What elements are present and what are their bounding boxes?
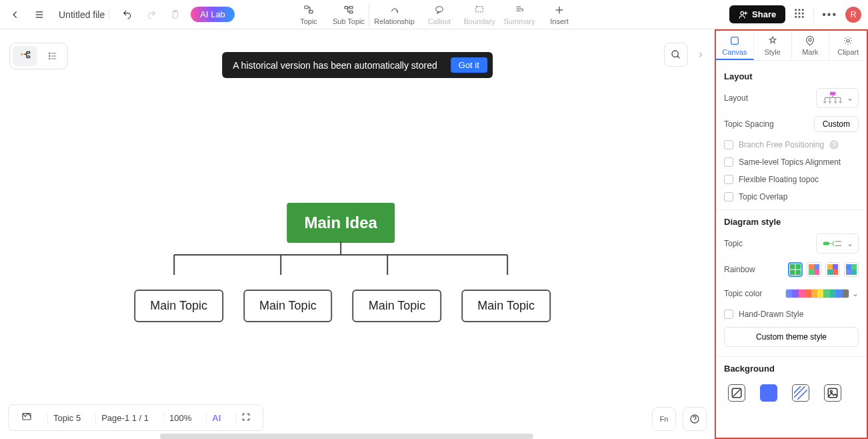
- rainbow-option-1[interactable]: [788, 262, 803, 277]
- tool-callout[interactable]: Callout: [419, 3, 459, 27]
- center-toolbar: Topic Sub Topic Relationship Callout Bou…: [289, 3, 579, 27]
- svg-point-14: [741, 11, 744, 15]
- svg-point-19: [799, 12, 801, 14]
- apps-grid-icon[interactable]: [793, 7, 805, 22]
- search-button[interactable]: [664, 43, 688, 67]
- svg-point-21: [795, 15, 797, 17]
- rainbow-option-3[interactable]: [825, 262, 840, 277]
- chk-label: Topic Overlap: [739, 192, 787, 201]
- canvas-top-right-controls: [664, 43, 707, 67]
- tab-clipart[interactable]: Clipart: [829, 31, 867, 60]
- chk-label: Flexible Floating topoc: [739, 175, 819, 184]
- topic-style-picker[interactable]: ⌄: [816, 234, 859, 254]
- view-toggle: [9, 43, 68, 69]
- back-icon[interactable]: [7, 6, 24, 23]
- tool-label: Sub Topic: [333, 17, 365, 25]
- tool-boundary[interactable]: Boundary: [459, 3, 499, 27]
- bg-image-icon[interactable]: [824, 384, 841, 402]
- central-topic[interactable]: Main Idea: [287, 203, 395, 243]
- file-title[interactable]: Untitled file: [55, 9, 109, 20]
- function-key-icon[interactable]: Fn: [652, 407, 676, 431]
- divider: [716, 356, 867, 357]
- horizontal-scrollbar[interactable]: [160, 434, 533, 439]
- svg-point-47: [847, 39, 849, 42]
- ai-lab-button[interactable]: AI Lab: [191, 7, 235, 22]
- rainbow-option-2[interactable]: [807, 262, 821, 277]
- svg-point-15: [795, 9, 797, 11]
- diagram-section-title: Diagram style: [724, 217, 859, 227]
- svg-line-78: [733, 390, 741, 397]
- svg-rect-7: [345, 6, 348, 8]
- tab-canvas[interactable]: Canvas: [716, 31, 754, 60]
- svg-rect-71: [827, 270, 833, 275]
- spacing-button[interactable]: Custom: [814, 116, 859, 132]
- status-ai-button[interactable]: AI: [206, 413, 226, 423]
- svg-line-80: [797, 390, 807, 400]
- status-page[interactable]: Page-1 1 / 1: [95, 413, 154, 423]
- layout-picker[interactable]: ⌄: [816, 88, 859, 108]
- rainbow-option-4[interactable]: [844, 262, 859, 277]
- history-toast: A historical version has been automatica…: [222, 52, 493, 78]
- connectors: [134, 242, 547, 295]
- undo-icon[interactable]: [119, 6, 136, 23]
- tool-label: Insert: [550, 17, 569, 25]
- svg-point-16: [799, 9, 801, 11]
- branch-free-checkbox[interactable]: Branch Free Positioning ?: [724, 140, 859, 149]
- menu-icon[interactable]: [31, 6, 48, 23]
- chk-label: Same-level Topics Alignment: [739, 157, 841, 167]
- divider: [716, 209, 867, 210]
- svg-rect-73: [846, 264, 851, 270]
- tool-subtopic[interactable]: Sub Topic: [329, 3, 369, 27]
- collapse-panel-icon[interactable]: [695, 43, 707, 67]
- fullscreen-icon[interactable]: [235, 412, 256, 424]
- canvas[interactable]: A historical version has been automatica…: [0, 29, 715, 439]
- svg-point-10: [436, 6, 443, 11]
- tool-label: Callout: [428, 17, 451, 25]
- tab-label: Style: [764, 48, 780, 56]
- svg-point-83: [830, 390, 832, 392]
- flexible-checkbox[interactable]: Flexible Floating topoc: [724, 175, 859, 184]
- tool-label: Relationship: [374, 17, 415, 25]
- avatar[interactable]: R: [845, 7, 861, 23]
- help-icon[interactable]: [683, 407, 707, 431]
- toast-dismiss-button[interactable]: Got it: [451, 57, 487, 73]
- mindmap-view-icon[interactable]: [13, 46, 37, 66]
- status-topic-count[interactable]: Topic 5: [47, 413, 86, 423]
- same-level-checkbox[interactable]: Same-level Topics Alignment: [724, 157, 859, 167]
- tab-style[interactable]: Style: [754, 31, 792, 60]
- tab-label: Clipart: [837, 48, 859, 56]
- bg-solid-icon[interactable]: [760, 384, 777, 402]
- svg-rect-26: [27, 51, 30, 53]
- tool-topic[interactable]: Topic: [289, 3, 329, 27]
- bg-none-icon[interactable]: [728, 384, 745, 402]
- custom-theme-button[interactable]: Custom theme style: [724, 327, 859, 347]
- tab-mark[interactable]: Mark: [792, 31, 830, 60]
- svg-rect-27: [27, 56, 30, 58]
- tool-relationship[interactable]: Relationship: [369, 3, 419, 27]
- checkbox-icon: [724, 140, 733, 149]
- svg-point-30: [49, 55, 50, 57]
- tool-insert[interactable]: Insert: [539, 3, 579, 27]
- overlap-checkbox[interactable]: Topic Overlap: [724, 192, 859, 201]
- redo-icon[interactable]: [143, 6, 160, 23]
- tool-summary[interactable]: Summary: [499, 3, 539, 27]
- background-section-title: Background: [724, 364, 859, 374]
- svg-rect-48: [830, 92, 835, 95]
- svg-rect-70: [833, 264, 838, 270]
- minimap-icon[interactable]: [15, 412, 38, 424]
- tool-label: Topic: [300, 17, 317, 25]
- svg-line-35: [677, 56, 679, 58]
- svg-rect-9: [349, 11, 353, 13]
- status-zoom[interactable]: 100%: [163, 413, 197, 423]
- svg-rect-59: [823, 242, 830, 246]
- svg-rect-66: [814, 264, 819, 270]
- more-menu-icon[interactable]: •••: [822, 9, 837, 21]
- topic-color-strip[interactable]: [785, 289, 849, 298]
- paste-icon[interactable]: [167, 6, 184, 23]
- chk-label: Branch Free Positioning: [739, 140, 824, 149]
- help-hint-icon[interactable]: ?: [829, 140, 839, 149]
- outline-view-icon[interactable]: [40, 46, 65, 66]
- bg-pattern-icon[interactable]: [792, 384, 809, 402]
- share-button[interactable]: Share: [729, 5, 785, 23]
- handdrawn-checkbox[interactable]: Hand-Drawn Style: [724, 310, 859, 319]
